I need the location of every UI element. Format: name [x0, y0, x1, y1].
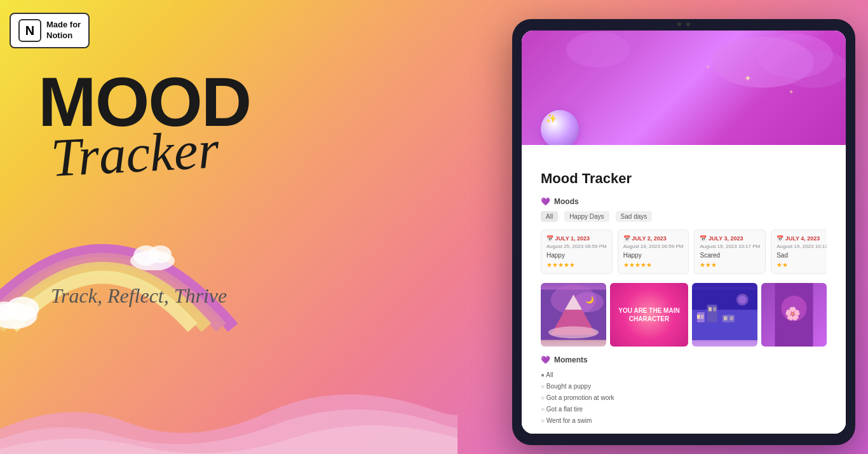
gallery-row: 🌙 YOU ARE THE MAIN CHARACTER [541, 283, 827, 347]
card2-date: 📅 JULY 2, 2023 [623, 235, 684, 242]
svg-rect-28 [713, 307, 716, 311]
card2-label: Happy [623, 252, 684, 259]
svg-point-10 [592, 31, 642, 57]
card3-date: 📅 JULY 3, 2023 [700, 235, 760, 242]
card4-label: Sad [776, 252, 827, 259]
moments-section-header: 💜 Moments [541, 355, 827, 364]
moments-label: Moments [554, 355, 588, 364]
gallery-mountain: 🌙 [541, 283, 606, 347]
card3-time: August 19, 2023 10:17 PM [700, 244, 760, 249]
notion-page: ✦ ✦ ✦ Mood Tracker [522, 31, 846, 434]
svg-text:✦: ✦ [789, 88, 794, 95]
camera-dot-2 [686, 22, 690, 26]
notion-content: Mood Tracker 💜 Moods All Happy Days Sad … [522, 145, 846, 434]
card1-label: Happy [546, 252, 607, 259]
card2-time: August 19, 2023 06:59 PM [623, 244, 684, 249]
svg-point-33 [738, 296, 747, 304]
gallery-extra: 🌸 [761, 283, 827, 347]
room-svg [692, 283, 757, 347]
filter-row: All Happy Days Sad days [541, 211, 827, 222]
mood-cards-row: 📅 JULY 1, 2023 August 25, 2023 06:59 PM … [541, 230, 827, 274]
tablet-body: ✦ ✦ ✦ Mood Tracker [512, 19, 855, 445]
svg-text:✦: ✦ [706, 64, 710, 70]
notion-badge-text: Made for Notion [46, 20, 81, 41]
quote-text: YOU ARE THE MAIN CHARACTER [616, 306, 682, 323]
filter-sad-btn[interactable]: Sad days [616, 211, 653, 222]
gallery-quote: YOU ARE THE MAIN CHARACTER [610, 283, 688, 347]
card3-label: Scared [700, 252, 760, 259]
svg-point-5 [149, 245, 172, 263]
moods-icon: 💜 [541, 197, 550, 206]
moods-label: Moods [554, 197, 579, 206]
svg-rect-27 [709, 307, 712, 311]
mood-card-1: 📅 JULY 1, 2023 August 25, 2023 06:59 PM … [541, 230, 613, 274]
moment-item-all: All [541, 369, 827, 381]
tagline: Track, Reflect, Thrive [51, 284, 227, 308]
mood-card-4: 📅 JULY 4, 2023 August 19, 2023 10:13 PM … [771, 230, 827, 274]
tablet-camera-area [677, 22, 690, 26]
svg-point-20 [548, 326, 599, 338]
filter-all-btn[interactable]: All [541, 211, 558, 222]
hero-title: MOOD Tracker [38, 70, 250, 181]
moments-list: All Bought a puppy Got a promotion at wo… [541, 369, 827, 427]
tracker-word: Tracker [50, 122, 220, 185]
moment-item-3: Got a flat tire [541, 404, 827, 415]
filter-happy-btn[interactable]: Happy Days [564, 211, 609, 222]
svg-text:✦: ✦ [744, 73, 752, 83]
tablet-device: ✦ ✦ ✦ Mood Tracker [487, 19, 868, 451]
extra-svg: 🌸 [761, 283, 827, 347]
moment-item-4: Went for a swim [541, 415, 827, 427]
crystal-ball [541, 110, 579, 145]
moods-section-header: 💜 Moods [541, 197, 827, 206]
notion-header-bg: ✦ ✦ ✦ [522, 31, 846, 145]
moment-item-1: Bought a puppy [541, 381, 827, 392]
svg-rect-30 [724, 316, 728, 320]
moment-item-2: Got a promotion at work [541, 392, 827, 404]
waves-decoration [0, 320, 458, 454]
svg-text:🌙: 🌙 [585, 295, 594, 304]
crystal-ball-icon [541, 110, 585, 145]
card4-time: August 19, 2023 10:13 PM [776, 244, 827, 249]
main-container: N Made for Notion MOOD Tracker Track, Re… [0, 0, 868, 454]
mountain-svg: 🌙 [541, 283, 606, 347]
mood-card-2: 📅 JULY 2, 2023 August 19, 2023 06:59 PM … [618, 230, 689, 274]
moments-icon: 💜 [541, 355, 550, 364]
notion-icon: N [18, 19, 41, 42]
svg-rect-25 [701, 315, 703, 319]
notion-badge[interactable]: N Made for Notion [10, 13, 90, 48]
card4-date: 📅 JULY 4, 2023 [776, 235, 827, 242]
card4-stars: ★★ [776, 261, 827, 268]
tablet-screen: ✦ ✦ ✦ Mood Tracker [522, 31, 846, 434]
page-title: Mood Tracker [541, 170, 827, 187]
svg-rect-24 [697, 315, 700, 319]
camera-dot-1 [677, 22, 681, 26]
cloud-left [127, 242, 178, 270]
svg-text:🌸: 🌸 [785, 306, 801, 321]
gallery-room [692, 283, 757, 347]
mood-card-3: 📅 JULY 3, 2023 August 19, 2023 10:17 PM … [694, 230, 766, 274]
card1-date: 📅 JULY 1, 2023 [546, 235, 607, 242]
moments-section: 💜 Moments All Bought a puppy Got a promo… [541, 355, 827, 427]
svg-rect-31 [729, 316, 733, 320]
card1-stars: ★★★★★ [546, 261, 607, 268]
card2-stars: ★★★★★ [623, 261, 684, 268]
svg-point-8 [779, 50, 846, 88]
card1-time: August 25, 2023 06:59 PM [546, 244, 607, 249]
card3-stars: ★★★ [700, 261, 760, 268]
